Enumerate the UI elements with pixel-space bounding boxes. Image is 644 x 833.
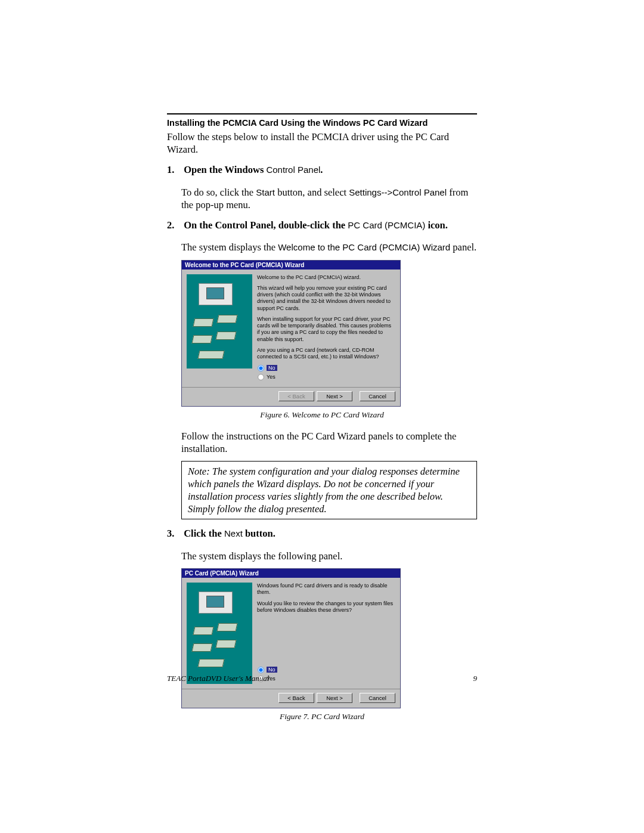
wizard-body: Welcome to the PC Card (PCMCIA) wizard. … bbox=[182, 270, 400, 388]
wizard-text: Are you using a PC card (network card, C… bbox=[257, 347, 394, 361]
page-number: 9 bbox=[473, 674, 478, 683]
step-text: Click the bbox=[184, 528, 224, 539]
step-3-head: 3. Click the Next button. bbox=[167, 528, 477, 540]
figure-6-caption: Figure 6. Welcome to PC Card Wizard bbox=[167, 410, 477, 420]
radio-input[interactable] bbox=[258, 374, 264, 380]
wizard-footer: < BackNext >Cancel bbox=[182, 387, 400, 406]
text: panel. bbox=[450, 241, 476, 253]
wizard-sidebar-image bbox=[187, 583, 252, 684]
wizard-body: Windows found PC card drivers and is rea… bbox=[182, 578, 400, 689]
wizard-text: Would you like to review the changes to … bbox=[257, 600, 394, 614]
step-1-body: To do so, click the Start button, and se… bbox=[181, 186, 477, 211]
text-sans: Welcome to the PC Card (PCMCIA) Wizard bbox=[278, 242, 450, 252]
step-text: On the Control Panel, double-click the bbox=[184, 219, 348, 231]
section-title: Installing the PCMCIA Card Using the Win… bbox=[167, 118, 477, 128]
step-1: 1. Open the Windows Control Panel. To do… bbox=[167, 164, 477, 211]
radio-label: No bbox=[267, 365, 277, 371]
step-text-tail: button. bbox=[243, 528, 275, 539]
step-text-sans: Next bbox=[224, 528, 243, 538]
cancel-button[interactable]: Cancel bbox=[360, 693, 395, 703]
text: To do so, click the bbox=[181, 187, 256, 198]
step-3: 3. Click the Next button. The system dis… bbox=[167, 528, 477, 721]
text: button, and select bbox=[275, 187, 349, 198]
step-text: Open the Windows bbox=[184, 164, 266, 175]
wizard-text: Welcome to the PC Card (PCMCIA) wizard. bbox=[257, 274, 394, 281]
step-2-head: 2. On the Control Panel, double-click th… bbox=[167, 219, 477, 231]
step-2-body: The system displays the Welcome to the P… bbox=[181, 241, 477, 253]
text: The system displays the bbox=[181, 241, 278, 253]
step-number: 1. bbox=[167, 164, 181, 176]
step-text-tail: . bbox=[320, 164, 323, 175]
radio-label: Yes bbox=[267, 374, 275, 380]
figure-7: PC Card (PCMCIA) Wizard Windows found PC bbox=[181, 568, 477, 708]
footer-title: TEAC PortaDVD User's Manual bbox=[167, 674, 269, 683]
wizard-text: This wizard will help you remove your ex… bbox=[257, 285, 394, 312]
text-sans: Settings-->Control Panel bbox=[349, 187, 447, 197]
wizard-window-pccard: PC Card (PCMCIA) Wizard Windows found PC bbox=[181, 568, 401, 708]
wizard-titlebar: PC Card (PCMCIA) Wizard bbox=[182, 569, 400, 578]
pc-cards-icon bbox=[193, 623, 246, 671]
radio-input[interactable] bbox=[258, 366, 264, 371]
radio-label: No bbox=[267, 667, 277, 673]
wizard-footer: < BackNext >Cancel bbox=[182, 689, 400, 708]
step-text-sans: Control Panel bbox=[266, 165, 320, 175]
manual-page: Installing the PCMCIA Card Using the Win… bbox=[167, 113, 477, 730]
step-number: 3. bbox=[167, 528, 181, 540]
step-text-sans: PC Card (PCMCIA) bbox=[348, 220, 425, 230]
cancel-button[interactable]: Cancel bbox=[360, 391, 395, 401]
step-number: 2. bbox=[167, 219, 181, 231]
radio-group: No Yes bbox=[257, 364, 394, 381]
next-button[interactable]: Next > bbox=[317, 391, 352, 401]
note-box: Note: The system configuration and your … bbox=[181, 461, 477, 519]
step-3-body: The system displays the following panel. bbox=[181, 550, 477, 562]
wizard-window-welcome: Welcome to the PC Card (PCMCIA) Wizard W bbox=[181, 260, 401, 407]
step-2: 2. On the Control Panel, double-click th… bbox=[167, 219, 477, 520]
figure-7-caption: Figure 7. PC Card Wizard bbox=[167, 712, 477, 721]
wizard-text: Windows found PC card drivers and is rea… bbox=[257, 583, 394, 596]
back-button: < Back bbox=[278, 391, 314, 401]
radio-input[interactable] bbox=[258, 667, 264, 673]
wizard-sidebar-image bbox=[187, 274, 252, 368]
wizard-titlebar: Welcome to the PC Card (PCMCIA) Wizard bbox=[182, 261, 400, 270]
step-text-tail: icon. bbox=[425, 219, 448, 231]
radio-no[interactable]: No bbox=[257, 364, 394, 372]
radio-no[interactable]: No bbox=[257, 666, 394, 674]
step-2-post-figure-text: Follow the instructions on the PC Card W… bbox=[181, 430, 477, 455]
wizard-content: Windows found PC card drivers and is rea… bbox=[252, 583, 395, 684]
text-sans: Start bbox=[256, 187, 275, 197]
radio-yes[interactable]: Yes bbox=[257, 373, 394, 381]
section-rule bbox=[167, 113, 477, 114]
pc-cards-icon bbox=[193, 315, 246, 363]
page-footer: TEAC PortaDVD User's Manual 9 bbox=[167, 674, 477, 683]
figure-6: Welcome to the PC Card (PCMCIA) Wizard W bbox=[181, 260, 477, 407]
laptop-icon bbox=[199, 283, 233, 305]
back-button[interactable]: < Back bbox=[278, 693, 314, 703]
step-1-head: 1. Open the Windows Control Panel. bbox=[167, 164, 477, 176]
steps-list: 1. Open the Windows Control Panel. To do… bbox=[167, 164, 477, 721]
next-button[interactable]: Next > bbox=[317, 693, 352, 703]
wizard-text: When installing support for your PC card… bbox=[257, 316, 394, 343]
wizard-content: Welcome to the PC Card (PCMCIA) wizard. … bbox=[252, 274, 395, 383]
intro-text: Follow the steps below to install the PC… bbox=[167, 131, 477, 156]
laptop-icon bbox=[199, 592, 233, 614]
